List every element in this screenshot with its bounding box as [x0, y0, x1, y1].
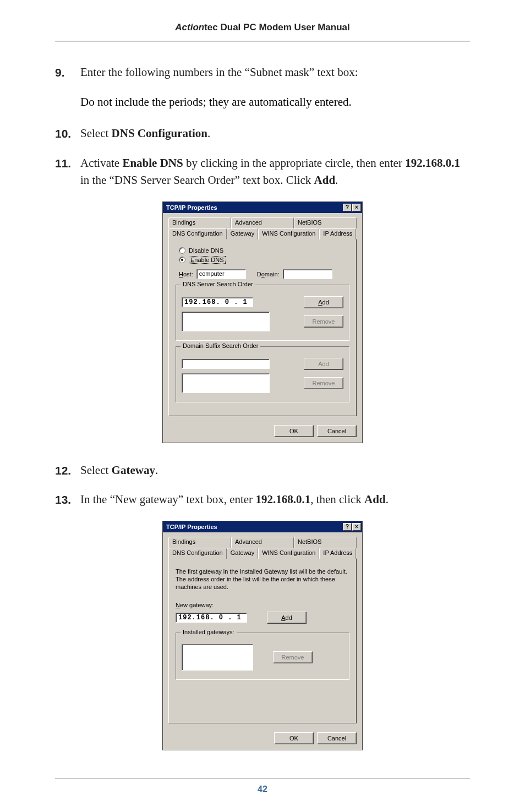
gw-cancel-button[interactable]: Cancel [317, 732, 357, 744]
close-icon[interactable]: × [352, 523, 361, 531]
domain-suffix-title: Domain Suffix Search Order [181, 342, 260, 349]
step-11-number: 11. [55, 155, 80, 172]
tab-wins-configuration[interactable]: WINS Configuration [258, 228, 319, 239]
suffix-add-button[interactable]: Add [304, 358, 343, 370]
tab-advanced[interactable]: Advanced [231, 217, 294, 228]
tab-gateway[interactable]: Gateway [227, 548, 258, 559]
step-11-pre: Activate [80, 156, 122, 170]
gw-description: The first gateway in the Installed Gatew… [176, 568, 349, 591]
close-icon[interactable]: × [352, 204, 361, 211]
step-9-body: Enter the following numbers in the “Subn… [80, 64, 470, 81]
step-11-post2: . [335, 173, 338, 187]
dns-list-remove-row: Remove [182, 312, 343, 331]
installed-gateways-title: Installed gateways: [181, 629, 237, 635]
dns-search-order-title: DNS Server Search Order [181, 281, 255, 287]
dns-titlebar-text: TCP/IP Properties [166, 204, 343, 211]
suffix-listbox[interactable] [182, 373, 270, 393]
host-label: Host: [179, 271, 193, 277]
gw-titlebar-text: TCP/IP Properties [166, 524, 343, 530]
tab-wins-configuration[interactable]: WINS Configuration [258, 548, 319, 559]
dns-tab-panel: Disable DNS Enable DNS Host: computer Do… [168, 239, 357, 416]
gw-add-button[interactable]: Add [267, 612, 307, 624]
gw-remove-button[interactable]: Remove [273, 651, 313, 663]
tab-ip-address[interactable]: IP Address [319, 228, 356, 239]
installed-gateways-listbox[interactable] [182, 644, 253, 671]
tab-netbios[interactable]: NetBIOS [294, 537, 357, 548]
step-11: 11. Activate Enable DNS by clicking in t… [55, 155, 470, 189]
suffix-remove-button[interactable]: Remove [304, 377, 343, 389]
tab-dns-configuration[interactable]: DNS Configuration [168, 548, 227, 559]
gw-ok-button[interactable]: OK [274, 732, 314, 744]
host-input[interactable]: computer [196, 269, 246, 279]
step-13-body: In the “New gateway” text box, enter 192… [80, 491, 470, 509]
help-icon[interactable]: ? [343, 523, 352, 531]
step-12-post: . [155, 464, 158, 477]
step-11-bold1: Enable DNS [122, 156, 183, 170]
page-header: Actiontec Dual PC Modem User Manual [55, 22, 470, 42]
step-12-body: Select Gateway. [80, 462, 470, 479]
installed-gateways-group: Installed gateways: Remove [176, 633, 349, 680]
disable-dns-label: Disable DNS [189, 247, 223, 254]
new-gateway-label: New gateway: [176, 602, 349, 608]
disable-dns-row[interactable]: Disable DNS [179, 247, 349, 254]
step-12: 12. Select Gateway. [55, 462, 470, 479]
gateway-dialog-wrap: TCP/IP Properties ? × Bindings Advanced … [55, 521, 470, 750]
dns-dialog-body: Bindings Advanced NetBIOS DNS Configurat… [163, 213, 362, 422]
step-10-pre: Select [80, 127, 112, 140]
dns-ok-button[interactable]: OK [274, 425, 314, 437]
step-9-number: 9. [55, 64, 80, 81]
tab-bindings[interactable]: Bindings [168, 537, 231, 548]
dns-titlebar[interactable]: TCP/IP Properties ? × [163, 202, 362, 213]
step-10-bold: DNS Configuration [112, 127, 207, 140]
step-13-post: . [386, 493, 389, 506]
new-gateway-row: 192.168. 0 . 1 Add [176, 612, 349, 624]
gw-dialog-body: Bindings Advanced NetBIOS DNS Configurat… [163, 532, 362, 729]
gw-tab-panel: The first gateway in the Installed Gatew… [168, 558, 357, 723]
gw-tabs-back-row: Bindings Advanced NetBIOS [168, 537, 357, 548]
step-9: 9. Enter the following numbers in the “S… [55, 64, 470, 81]
dns-server-listbox[interactable] [182, 312, 270, 331]
header-title-rest: Dual PC Modem User Manual [218, 22, 350, 32]
gateway-dialog: TCP/IP Properties ? × Bindings Advanced … [162, 521, 363, 750]
dns-tabs-back-row: Bindings Advanced NetBIOS [168, 217, 357, 228]
help-icon[interactable]: ? [343, 204, 352, 211]
step-13-mid: , then click [310, 493, 364, 506]
tab-gateway[interactable]: Gateway [227, 228, 258, 239]
tab-ip-address[interactable]: IP Address [319, 548, 356, 559]
new-gateway-input[interactable]: 192.168. 0 . 1 [176, 613, 247, 623]
domain-input[interactable] [283, 269, 332, 279]
tab-bindings[interactable]: Bindings [168, 217, 231, 228]
step-11-body: Activate Enable DNS by clicking in the a… [80, 155, 470, 189]
page-number: 42 [258, 784, 267, 794]
step-12-number: 12. [55, 462, 80, 479]
step-10-number: 10. [55, 125, 80, 143]
step-11-mid: by clicking in the appropriate circle, t… [183, 156, 406, 170]
gw-titlebar-buttons: ? × [343, 523, 361, 531]
dns-dialog-buttons: OK Cancel [163, 422, 362, 443]
dns-cancel-button[interactable]: Cancel [317, 425, 357, 437]
gw-titlebar[interactable]: TCP/IP Properties ? × [163, 521, 362, 532]
enable-dns-row[interactable]: Enable DNS [179, 256, 349, 264]
brand-rest: tec [204, 22, 218, 32]
tab-netbios[interactable]: NetBIOS [294, 217, 357, 228]
tab-dns-configuration[interactable]: DNS Configuration [168, 228, 227, 239]
dns-add-button[interactable]: Add [304, 296, 343, 308]
dns-remove-button[interactable]: Remove [304, 315, 343, 328]
page-footer: 42 [55, 778, 470, 794]
enable-dns-label: Enable DNS [189, 256, 226, 264]
enable-dns-radio[interactable] [179, 257, 185, 263]
step-10-body: Select DNS Configuration. [80, 125, 470, 143]
tab-advanced[interactable]: Advanced [231, 537, 294, 548]
suffix-list-remove-row: Remove [182, 373, 343, 393]
dns-ip-add-row: 192.168. 0 . 1 Add [182, 296, 343, 308]
disable-dns-radio[interactable] [179, 247, 185, 254]
dns-dialog: TCP/IP Properties ? × Bindings Advanced … [162, 201, 363, 443]
dns-search-order-group: DNS Server Search Order 192.168. 0 . 1 A… [176, 285, 349, 341]
dns-ip-input[interactable]: 192.168. 0 . 1 [182, 297, 253, 307]
step-9-sub: Do not include the periods; they are aut… [80, 94, 470, 111]
step-10: 10. Select DNS Configuration. [55, 125, 470, 143]
step-13-number: 13. [55, 491, 80, 509]
suffix-input[interactable] [182, 359, 270, 369]
step-11-bold3: Add [314, 173, 336, 187]
page-container: Actiontec Dual PC Modem User Manual 9. E… [0, 0, 525, 812]
